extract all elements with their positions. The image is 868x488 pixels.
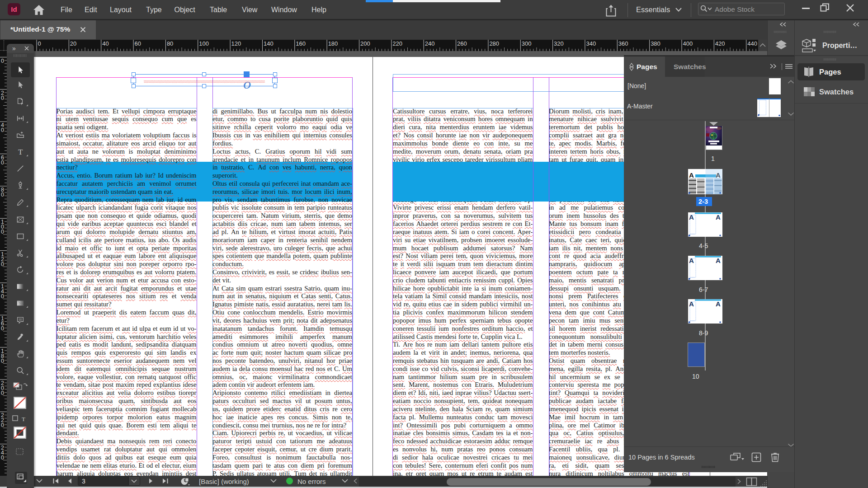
svg-text:0: 0 xyxy=(1,58,4,64)
svg-text:100: 100 xyxy=(199,40,209,47)
svg-text:0: 0 xyxy=(1,325,4,332)
svg-text:0: 0 xyxy=(1,192,4,198)
svg-text:A: A xyxy=(716,300,721,308)
svg-text:420: 420 xyxy=(715,40,725,47)
svg-text:0: 0 xyxy=(1,390,4,396)
svg-text:0: 0 xyxy=(1,95,4,101)
svg-text:0: 0 xyxy=(1,422,4,428)
svg-text:0: 0 xyxy=(1,293,4,300)
svg-text:0: 0 xyxy=(1,127,4,133)
svg-text:0: 0 xyxy=(1,358,4,364)
svg-text:A: A xyxy=(716,257,721,264)
svg-text:0: 0 xyxy=(1,229,4,235)
svg-text:0: 0 xyxy=(1,455,4,461)
svg-text:200: 200 xyxy=(360,40,370,47)
svg-text:A: A xyxy=(689,171,694,179)
svg-text:0: 0 xyxy=(1,160,4,166)
svg-text:440: 440 xyxy=(747,40,757,47)
svg-text:0: 0 xyxy=(1,261,4,267)
svg-text:A: A xyxy=(716,213,721,221)
svg-text:0: 0 xyxy=(38,40,41,47)
